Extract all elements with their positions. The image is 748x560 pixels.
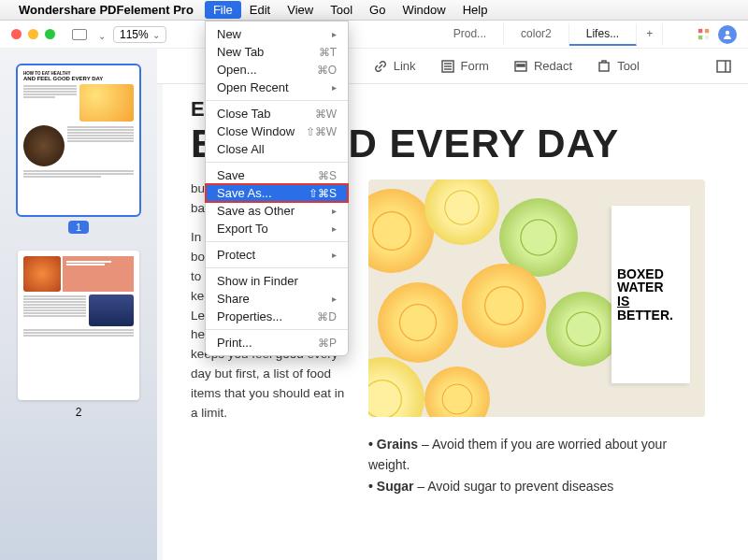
menu-new[interactable]: New bbox=[206, 25, 348, 43]
menu-close-window[interactable]: Close Window⇧⌘W bbox=[206, 122, 348, 140]
file-menu-dropdown: New New Tab⌘T Open...⌘O Open Recent Clos… bbox=[205, 21, 349, 356]
menu-go[interactable]: Go bbox=[361, 1, 394, 19]
menu-open-recent[interactable]: Open Recent bbox=[206, 79, 348, 96]
page-number-1: 1 bbox=[68, 221, 89, 234]
svg-rect-0 bbox=[698, 28, 702, 32]
menu-file[interactable]: File bbox=[205, 1, 241, 19]
svg-rect-3 bbox=[705, 35, 709, 38]
boxed-water-carton: BOXED WATER IS BETTER. bbox=[611, 206, 690, 383]
app-grid-icon[interactable] bbox=[698, 28, 711, 41]
menu-close-tab[interactable]: Close Tab⌘W bbox=[206, 105, 348, 122]
svg-rect-17 bbox=[517, 65, 525, 66]
menu-save-as[interactable]: Save As...⇧⌘S bbox=[206, 184, 348, 202]
hero-area: BOXED WATER IS BETTER. • Grains – Avoid … bbox=[368, 179, 720, 496]
menu-print[interactable]: Print...⌘P bbox=[206, 334, 348, 352]
tab-1[interactable]: Prod... bbox=[437, 23, 504, 46]
menu-help[interactable]: Help bbox=[454, 1, 496, 19]
app-name[interactable]: Wondershare PDFelement Pro bbox=[19, 3, 194, 17]
menu-open[interactable]: Open...⌘O bbox=[206, 61, 348, 79]
menu-save-other[interactable]: Save as Other bbox=[206, 202, 348, 220]
panel-toggle-icon[interactable] bbox=[716, 59, 731, 74]
window-toolbar: 115% prod... Prod... color2 Lifes... + bbox=[0, 21, 748, 49]
menu-new-tab[interactable]: New Tab⌘T bbox=[206, 43, 348, 61]
hero-image: BOXED WATER IS BETTER. bbox=[368, 179, 705, 417]
facts-list: • Grains – Avoid them if you are worried… bbox=[368, 434, 668, 496]
ribbon-form[interactable]: Form bbox=[440, 59, 489, 74]
maximize-window-button[interactable] bbox=[45, 29, 55, 39]
chevron-down-icon bbox=[152, 28, 160, 41]
sidebar-toggle-icon[interactable] bbox=[72, 29, 87, 40]
svg-rect-18 bbox=[599, 63, 609, 71]
menu-edit[interactable]: Edit bbox=[241, 1, 279, 19]
menu-protect[interactable]: Protect bbox=[206, 246, 348, 264]
zoom-value: 115% bbox=[120, 28, 149, 41]
menu-view[interactable]: View bbox=[279, 1, 322, 19]
new-tab-button[interactable]: + bbox=[637, 23, 663, 46]
minimize-window-button[interactable] bbox=[28, 29, 38, 39]
menu-export[interactable]: Export To bbox=[206, 220, 348, 237]
svg-rect-19 bbox=[717, 61, 730, 72]
svg-rect-2 bbox=[698, 35, 702, 38]
ribbon-link[interactable]: Link bbox=[373, 59, 416, 74]
menu-share[interactable]: Share bbox=[206, 290, 348, 308]
menu-close-all[interactable]: Close All bbox=[206, 140, 348, 158]
page-number-2: 2 bbox=[76, 406, 82, 419]
page-thumb-1[interactable]: HOW TO EAT HEALTHY AND FEEL GOOD EVERY D… bbox=[18, 65, 139, 215]
mac-menu-bar: Wondershare PDFelement Pro File Edit Vie… bbox=[0, 0, 748, 21]
thumbnail-sidebar: HOW TO EAT HEALTHY AND FEEL GOOD EVERY D… bbox=[0, 49, 157, 560]
tab-2[interactable]: color2 bbox=[504, 23, 569, 46]
user-avatar[interactable] bbox=[718, 25, 737, 44]
svg-rect-1 bbox=[705, 28, 709, 32]
menu-save[interactable]: Save⌘S bbox=[206, 166, 348, 184]
traffic-lights bbox=[11, 29, 55, 39]
zoom-selector[interactable]: 115% bbox=[113, 26, 166, 43]
ribbon-redact[interactable]: Redact bbox=[513, 59, 572, 74]
svg-point-4 bbox=[726, 30, 729, 34]
close-window-button[interactable] bbox=[11, 29, 22, 39]
menu-show-finder[interactable]: Show in Finder bbox=[206, 272, 348, 290]
menu-window[interactable]: Window bbox=[394, 1, 453, 19]
page-thumb-2[interactable] bbox=[18, 251, 139, 400]
menu-properties[interactable]: Properties...⌘D bbox=[206, 308, 348, 325]
sidebar-chevron-icon[interactable] bbox=[98, 26, 106, 43]
menu-tool[interactable]: Tool bbox=[322, 1, 361, 19]
ribbon-tool[interactable]: Tool bbox=[597, 59, 640, 74]
tab-3[interactable]: Lifes... bbox=[569, 23, 637, 46]
